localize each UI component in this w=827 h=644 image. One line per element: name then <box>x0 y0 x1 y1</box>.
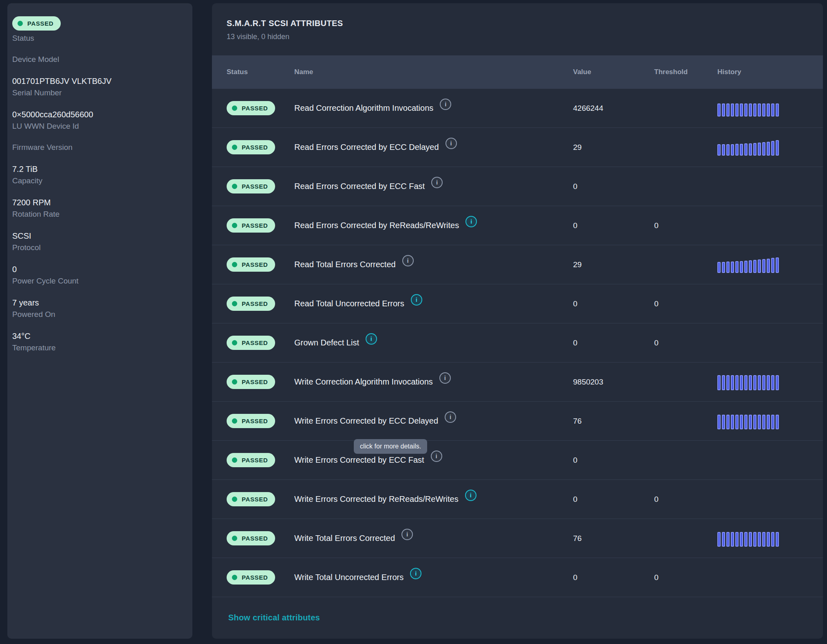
device-field-value: SCSI <box>12 231 184 241</box>
attribute-threshold: 0 <box>654 573 717 582</box>
attribute-threshold: 0 <box>654 299 717 308</box>
smart-attributes-panel: S.M.A.R.T SCSI ATTRIBUTES 13 visible, 0 … <box>212 3 823 639</box>
attribute-value: 0 <box>573 338 654 347</box>
table-row[interactable]: PASSED Write Errors Corrected by ECC Fas… <box>212 441 823 480</box>
status-dot-icon <box>232 340 237 345</box>
info-icon[interactable] <box>410 568 421 579</box>
table-row[interactable]: PASSED Read Total Errors Corrected 29 <box>212 245 823 284</box>
info-icon[interactable] <box>465 490 476 501</box>
table-row[interactable]: PASSED Write Correction Algorithm Invoca… <box>212 363 823 402</box>
capacity-item: 7.2 TiB Capacity <box>12 164 184 186</box>
attribute-value: 4266244 <box>573 104 654 113</box>
status-dot-icon <box>232 184 237 189</box>
attribute-name: Read Correction Algorithm Invocations <box>294 103 433 113</box>
status-badge-label: PASSED <box>27 20 53 27</box>
show-critical-attributes-link[interactable]: Show critical attributes <box>228 613 320 622</box>
history-sparkline <box>717 218 823 234</box>
panel-subtitle: 13 visible, 0 hidden <box>227 33 808 41</box>
attribute-threshold: 0 <box>654 338 717 347</box>
table-row[interactable]: PASSED Grown Defect List 0 0 <box>212 323 823 363</box>
history-sparkline <box>717 178 823 195</box>
attribute-name: Write Errors Corrected by ReReads/ReWrit… <box>294 495 459 504</box>
table-row[interactable]: PASSED Write Total Uncorrected Errors 0 … <box>212 558 823 597</box>
table-row[interactable]: PASSED Read Errors Corrected by ReReads/… <box>212 206 823 245</box>
panel-header: S.M.A.R.T SCSI ATTRIBUTES 13 visible, 0 … <box>212 3 823 41</box>
device-field-label: Capacity <box>12 176 184 186</box>
row-status-badge: PASSED <box>242 339 268 346</box>
table-row[interactable]: PASSED Read Correction Algorithm Invocat… <box>212 89 823 128</box>
attribute-name: Read Errors Corrected by ECC Fast <box>294 182 425 191</box>
device-summary-panel: PASSED Status Device Model 001701PTB6JV … <box>7 3 192 639</box>
status-dot-icon <box>232 223 237 228</box>
info-icon[interactable] <box>401 529 413 540</box>
power-cycle-item: 0 Power Cycle Count <box>12 264 184 286</box>
status-dot-icon <box>232 262 237 267</box>
status-dot-icon <box>18 21 23 26</box>
history-sparkline <box>717 100 823 116</box>
attribute-name: Write Errors Corrected by ECC Fast <box>294 455 424 465</box>
device-field-value: 34°C <box>12 331 184 341</box>
device-field-label: Powered On <box>12 310 184 319</box>
device-status-item: PASSED Status <box>12 16 184 43</box>
info-icon[interactable] <box>431 177 443 188</box>
device-field-value: 0×5000cca260d56600 <box>12 109 184 120</box>
status-dot-icon <box>232 457 237 463</box>
table-footer: Show critical attributes <box>212 597 823 638</box>
attribute-value: 76 <box>573 534 654 543</box>
info-icon[interactable] <box>366 333 377 345</box>
attribute-name: Write Correction Algorithm Invocations <box>294 377 433 387</box>
device-field-value: 001701PTB6JV VLKTB6JV <box>12 76 184 86</box>
temperature-item: 34°C Temperature <box>12 331 184 353</box>
tooltip: click for more details. <box>354 439 427 454</box>
history-sparkline <box>717 452 823 468</box>
row-status-badge: PASSED <box>242 105 268 112</box>
device-field-label: Firmware Version <box>12 143 184 152</box>
device-field-label: Rotation Rate <box>12 209 184 219</box>
table-row[interactable]: PASSED Write Errors Corrected by ReReads… <box>212 480 823 519</box>
table-row[interactable]: PASSED Read Errors Corrected by ECC Fast… <box>212 167 823 206</box>
device-field-value: 7 years <box>12 297 184 308</box>
device-model-item: Device Model <box>12 55 184 64</box>
history-sparkline <box>717 491 823 508</box>
attribute-threshold: 0 <box>654 495 717 504</box>
info-icon[interactable] <box>440 99 451 110</box>
device-field-label: Status <box>12 33 184 43</box>
attribute-name: Read Total Uncorrected Errors <box>294 299 404 308</box>
attribute-value: 0 <box>573 495 654 504</box>
row-status-badge: PASSED <box>242 300 268 307</box>
row-status-badge: PASSED <box>242 261 268 268</box>
attribute-value: 0 <box>573 221 654 230</box>
row-status-badge: PASSED <box>242 457 268 464</box>
device-field-value: 7.2 TiB <box>12 164 184 174</box>
row-status-badge: PASSED <box>242 418 268 424</box>
info-icon[interactable] <box>439 372 451 384</box>
row-status-badge: PASSED <box>242 535 268 542</box>
history-sparkline <box>717 530 823 547</box>
history-sparkline <box>717 139 823 156</box>
device-field-label: Power Cycle Count <box>12 276 184 286</box>
history-sparkline <box>717 413 823 429</box>
protocol-item: SCSI Protocol <box>12 231 184 253</box>
attribute-name: Read Total Errors Corrected <box>294 260 396 269</box>
table-row[interactable]: PASSED Write Errors Corrected by ECC Del… <box>212 402 823 441</box>
info-icon[interactable] <box>431 451 442 462</box>
table-row[interactable]: PASSED Read Total Uncorrected Errors 0 0 <box>212 284 823 323</box>
row-status-badge: PASSED <box>242 496 268 503</box>
attribute-value: 0 <box>573 299 654 308</box>
info-icon[interactable] <box>445 411 456 423</box>
info-icon[interactable] <box>411 294 422 306</box>
row-status-badge: PASSED <box>242 144 268 151</box>
table-row[interactable]: PASSED Write Total Errors Corrected 76 <box>212 519 823 558</box>
info-icon[interactable] <box>465 216 477 227</box>
panel-title: S.M.A.R.T SCSI ATTRIBUTES <box>227 19 808 28</box>
table-row[interactable]: PASSED Read Errors Corrected by ECC Dela… <box>212 128 823 167</box>
attribute-value: 9850203 <box>573 378 654 387</box>
history-sparkline <box>717 335 823 351</box>
info-icon[interactable] <box>445 138 457 149</box>
info-icon[interactable] <box>402 255 414 266</box>
attribute-name: Write Total Errors Corrected <box>294 534 395 543</box>
history-sparkline <box>717 296 823 312</box>
attribute-value: 0 <box>573 456 654 465</box>
status-dot-icon <box>232 497 237 502</box>
status-dot-icon <box>232 575 237 580</box>
